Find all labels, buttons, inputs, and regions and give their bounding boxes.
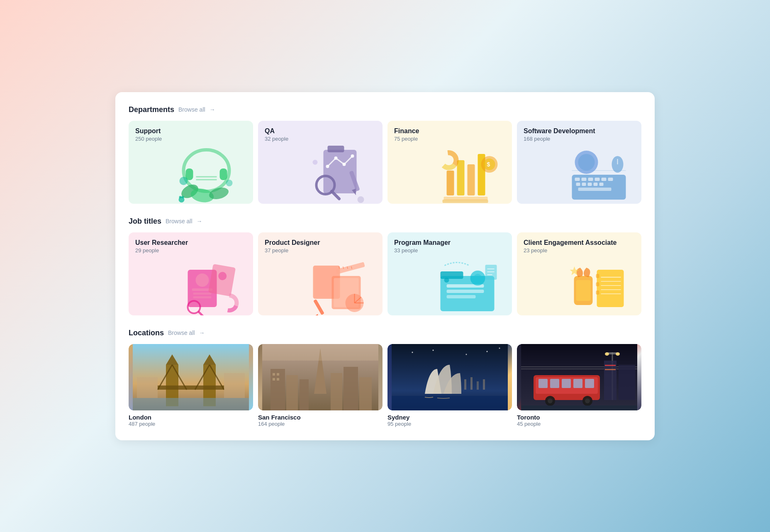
svg-rect-46 <box>594 183 598 186</box>
locations-arrow[interactable]: → <box>199 329 205 336</box>
svg-rect-160 <box>604 361 616 400</box>
toronto-placeholder <box>517 344 641 410</box>
svg-rect-14 <box>328 146 344 152</box>
svg-point-18 <box>351 154 354 158</box>
london-count: 487 people <box>129 421 253 427</box>
svg-point-6 <box>180 177 188 185</box>
researcher-illustration <box>160 253 253 315</box>
svg-marker-70 <box>315 314 320 315</box>
svg-point-159 <box>616 352 620 356</box>
svg-point-87 <box>444 278 449 283</box>
dept-qa-title: QA <box>265 127 376 135</box>
location-card-sf[interactable]: San Francisco 164 people <box>258 344 383 427</box>
software-illustration <box>548 142 641 204</box>
client-illustration <box>548 253 641 315</box>
job-designer-count: 37 people <box>265 247 376 254</box>
sf-placeholder <box>258 344 383 410</box>
london-name: London <box>129 414 253 421</box>
sydney-count: 95 people <box>387 421 512 427</box>
department-card-software[interactable]: Software Development 168 people <box>517 121 641 204</box>
svg-point-158 <box>605 352 609 356</box>
qa-illustration <box>289 142 383 204</box>
svg-rect-162 <box>605 365 616 366</box>
svg-rect-44 <box>582 183 586 186</box>
location-card-toronto[interactable]: Toronto 45 people <box>517 344 641 427</box>
job-titles-arrow[interactable]: → <box>197 218 202 225</box>
svg-rect-126 <box>277 373 279 376</box>
svg-point-55 <box>196 273 209 287</box>
sydney-placeholder <box>387 344 512 410</box>
svg-rect-138 <box>464 379 466 390</box>
locations-grid: London 487 people <box>129 344 641 427</box>
job-card-product-designer[interactable]: Product Designer 37 people <box>258 232 383 315</box>
svg-point-24 <box>358 196 364 203</box>
dept-finance-count: 75 people <box>394 136 505 142</box>
dept-support-title: Support <box>135 127 246 135</box>
svg-rect-26 <box>457 160 465 195</box>
svg-rect-123 <box>344 367 358 410</box>
job-card-program-manager[interactable]: Program Manager 33 people <box>387 232 512 315</box>
job-titles-browse[interactable]: Browse all <box>166 218 192 225</box>
job-researcher-title: User Researcher <box>135 239 246 246</box>
job-card-client-engagement[interactable]: Client Engagement Associate 23 people <box>517 232 641 315</box>
svg-rect-59 <box>208 264 236 296</box>
svg-rect-122 <box>331 373 342 410</box>
svg-rect-48 <box>578 188 612 191</box>
job-manager-title: Program Manager <box>394 239 505 246</box>
sydney-image <box>387 344 512 410</box>
sf-image <box>258 344 383 410</box>
support-illustration <box>160 142 253 204</box>
departments-arrow[interactable]: → <box>210 106 215 113</box>
svg-point-11 <box>179 196 182 198</box>
job-client-title: Client Engagement Associate <box>524 239 635 246</box>
svg-rect-57 <box>193 293 212 295</box>
svg-rect-95 <box>596 274 599 278</box>
job-card-user-researcher[interactable]: User Researcher 29 people <box>129 232 253 315</box>
svg-rect-97 <box>596 290 599 295</box>
departments-browse[interactable]: Browse all <box>178 106 205 113</box>
job-titles-header: Job titles Browse all → <box>129 217 641 226</box>
svg-rect-81 <box>441 271 463 279</box>
department-card-finance[interactable]: Finance 75 people $ <box>387 121 512 204</box>
svg-rect-40 <box>595 178 600 181</box>
svg-rect-124 <box>359 377 372 410</box>
svg-rect-43 <box>576 183 580 186</box>
job-client-count: 23 people <box>524 247 635 254</box>
locations-browse[interactable]: Browse all <box>168 329 195 336</box>
location-card-london[interactable]: London 487 people <box>129 344 253 427</box>
svg-rect-83 <box>447 290 484 293</box>
svg-point-86 <box>474 274 482 282</box>
svg-rect-93 <box>576 280 591 301</box>
svg-rect-121 <box>300 379 309 410</box>
svg-rect-38 <box>582 178 587 181</box>
svg-rect-84 <box>447 295 476 298</box>
svg-rect-114 <box>133 398 249 410</box>
department-card-qa[interactable]: QA 32 people <box>258 121 383 204</box>
manager-illustration <box>419 253 512 315</box>
svg-rect-116 <box>224 373 245 398</box>
locations-header: Locations Browse all → <box>129 329 641 337</box>
job-researcher-count: 29 people <box>135 247 246 254</box>
designer-illustration <box>289 253 383 315</box>
job-titles-title: Job titles <box>129 217 161 226</box>
svg-rect-32 <box>443 200 488 203</box>
dept-qa-count: 32 people <box>265 136 376 142</box>
departments-title: Departments <box>129 105 174 114</box>
svg-rect-25 <box>447 171 454 195</box>
svg-rect-39 <box>588 178 593 181</box>
svg-rect-94 <box>597 270 624 307</box>
london-placeholder <box>129 344 253 410</box>
dept-software-title: Software Development <box>524 127 635 135</box>
finance-illustration: $ <box>419 142 512 204</box>
svg-rect-27 <box>468 164 475 195</box>
location-card-sydney[interactable]: Sydney 95 people <box>387 344 512 427</box>
svg-rect-127 <box>273 378 275 381</box>
svg-rect-115 <box>137 377 158 398</box>
svg-rect-149 <box>585 379 594 388</box>
toronto-count: 45 people <box>517 421 641 427</box>
toronto-image <box>517 344 641 410</box>
svg-rect-47 <box>599 183 604 186</box>
department-card-support[interactable]: Support 250 people <box>129 121 253 204</box>
svg-rect-128 <box>277 378 279 381</box>
dept-support-count: 250 people <box>135 136 246 142</box>
